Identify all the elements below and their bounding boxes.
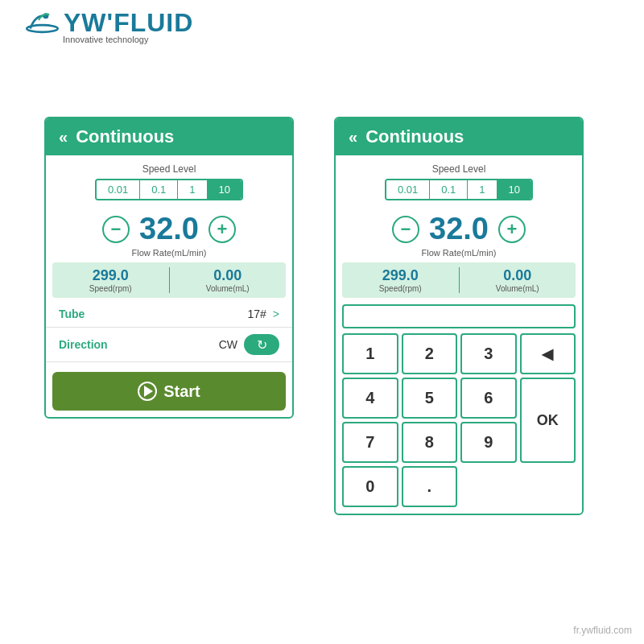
numpad-key-8[interactable]: 8 (402, 422, 458, 463)
numpad-key-3[interactable]: 3 (460, 333, 517, 374)
left-tube-row[interactable]: Tube 17# > (46, 301, 292, 328)
numpad-key-6[interactable]: 6 (460, 378, 517, 419)
left-speed-btn-001[interactable]: 0.01 (97, 180, 140, 199)
numpad-grid: 1 2 3 ◀ 4 5 6 OK 7 8 9 0 . (342, 333, 576, 507)
right-panel-title: Continuous (365, 126, 464, 147)
left-panel-title: Continuous (76, 126, 174, 147)
right-speed-btn-001[interactable]: 0.01 (386, 180, 430, 199)
left-speed-level: Speed Level 0.01 0.1 1 10 (46, 155, 292, 205)
right-minus-button[interactable]: − (392, 216, 419, 243)
left-flow-rate-section: − 32.0 + Flow Rate(mL/min) (46, 205, 292, 258)
numpad-key-dot[interactable]: . (402, 466, 458, 507)
right-speed-stat: 299.0 Speed(rpm) (342, 267, 459, 293)
right-speed-value: 299.0 (342, 267, 459, 284)
numpad-key-5[interactable]: 5 (402, 378, 458, 419)
right-speed-buttons: 0.01 0.1 1 10 (385, 179, 533, 200)
left-direction-value: CW ↻ (219, 334, 279, 355)
left-speed-stat-label: Speed(rpm) (52, 284, 169, 293)
left-speed-value: 299.0 (52, 267, 169, 284)
right-speed-btn-10[interactable]: 10 (497, 180, 531, 199)
logo-tagline: Innovative technology (63, 35, 148, 44)
left-start-button[interactable]: Start (52, 372, 286, 411)
left-speed-buttons: 0.01 0.1 1 10 (95, 179, 243, 200)
logo-brand: YW'FLUID (24, 8, 193, 38)
numpad-input-display[interactable] (342, 304, 576, 328)
right-volume-stat-label: Volume(mL) (460, 284, 576, 293)
right-speed-stat-label: Speed(rpm) (342, 284, 459, 293)
numpad-key-1[interactable]: 1 (342, 333, 398, 374)
left-direction-row: Direction CW ↻ (46, 328, 292, 362)
left-speed-btn-10[interactable]: 10 (208, 180, 242, 199)
logo-brand-text: YW'FLUID (64, 8, 193, 38)
right-volume-value: 0.00 (460, 267, 576, 284)
left-panel-header: « Continuous (46, 118, 292, 155)
right-panel: « Continuous Speed Level 0.01 0.1 1 10 −… (334, 117, 584, 515)
left-direction-icon: ↻ (257, 337, 267, 353)
logo: YW'FLUID Innovative technology (24, 8, 193, 44)
left-play-icon (138, 382, 157, 401)
right-panel-header: « Continuous (336, 118, 582, 155)
numpad-key-7[interactable]: 7 (342, 422, 398, 463)
right-flow-label: Flow Rate(mL/min) (336, 248, 582, 258)
numpad-key-9[interactable]: 9 (460, 422, 517, 463)
numpad-key-4[interactable]: 4 (342, 378, 398, 419)
left-flow-rate-controls: − 32.0 + (46, 205, 292, 248)
left-direction-key: Direction (59, 338, 108, 351)
watermark: fr.ywfluid.com (573, 625, 632, 636)
left-direction-text: CW (219, 338, 237, 351)
right-volume-stat: 0.00 Volume(mL) (460, 267, 576, 293)
left-flow-value: 32.0 (139, 212, 199, 246)
right-stats-row: 299.0 Speed(rpm) 0.00 Volume(mL) (342, 262, 576, 298)
left-tube-key: Tube (59, 308, 85, 320)
left-tube-value: 17# > (247, 308, 279, 320)
right-flow-value: 32.0 (429, 212, 489, 246)
left-speed-label: Speed Level (59, 163, 279, 175)
left-direction-toggle[interactable]: ↻ (244, 334, 279, 355)
left-stats-row: 299.0 Speed(rpm) 0.00 Volume(mL) (52, 262, 286, 298)
numpad-key-2[interactable]: 2 (402, 333, 458, 374)
left-minus-button[interactable]: − (102, 216, 130, 243)
left-back-button[interactable]: « (59, 128, 68, 147)
right-speed-btn-01[interactable]: 0.1 (430, 180, 468, 199)
right-speed-btn-1[interactable]: 1 (468, 180, 497, 199)
right-flow-rate-section: − 32.0 + Flow Rate(mL/min) (336, 205, 582, 258)
logo-swoosh-icon (24, 9, 60, 37)
numpad-ok-button[interactable]: OK (520, 378, 576, 463)
left-volume-value: 0.00 (170, 267, 287, 284)
right-speed-level: Speed Level 0.01 0.1 1 10 (336, 155, 582, 205)
left-volume-stat-label: Volume(mL) (170, 284, 287, 293)
left-speed-btn-01[interactable]: 0.1 (140, 180, 178, 199)
right-flow-rate-controls: − 32.0 + (336, 205, 582, 248)
left-panel: « Continuous Speed Level 0.01 0.1 1 10 −… (44, 117, 294, 419)
left-play-triangle (144, 386, 153, 397)
right-numpad: 1 2 3 ◀ 4 5 6 OK 7 8 9 0 . (336, 301, 582, 514)
numpad-backspace-button[interactable]: ◀ (520, 333, 576, 374)
left-tube-number: 17# (247, 308, 266, 320)
left-speed-stat: 299.0 Speed(rpm) (52, 267, 169, 293)
left-volume-stat: 0.00 Volume(mL) (170, 267, 287, 293)
left-tube-chevron: > (273, 308, 279, 320)
left-speed-btn-1[interactable]: 1 (178, 180, 207, 199)
left-plus-button[interactable]: + (208, 216, 236, 243)
right-speed-label: Speed Level (349, 163, 569, 175)
left-flow-label: Flow Rate(mL/min) (46, 248, 292, 258)
right-plus-button[interactable]: + (498, 216, 526, 243)
numpad-key-0[interactable]: 0 (342, 466, 398, 507)
left-start-label: Start (163, 382, 200, 401)
right-back-button[interactable]: « (349, 128, 357, 147)
